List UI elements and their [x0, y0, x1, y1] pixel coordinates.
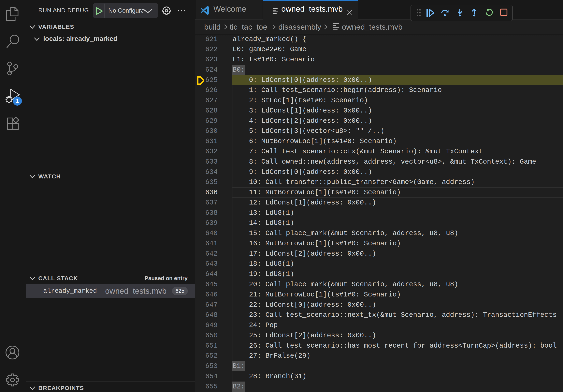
- svg-text:1: 1: [16, 98, 19, 104]
